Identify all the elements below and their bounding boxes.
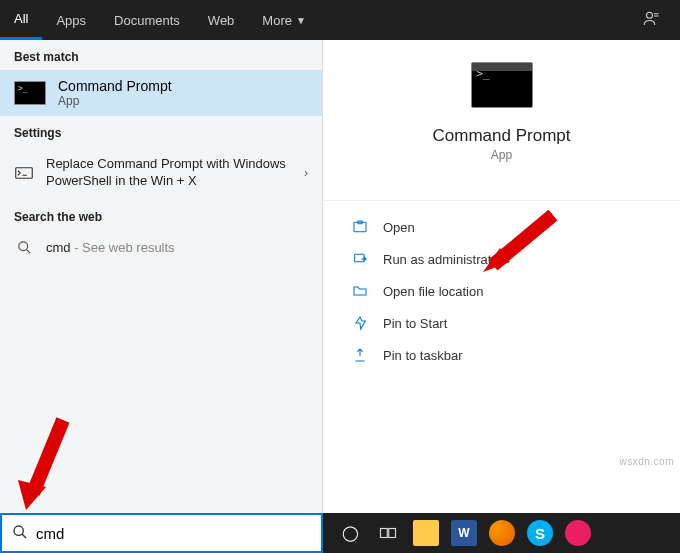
svg-point-0 xyxy=(647,12,653,18)
svg-rect-6 xyxy=(381,529,388,538)
shield-run-icon xyxy=(351,251,369,267)
search-web-header: Search the web xyxy=(0,200,322,230)
svg-point-2 xyxy=(18,242,27,251)
tab-more-label: More xyxy=(262,13,292,28)
watermark: wsxdn.com xyxy=(619,456,674,467)
feedback-icon[interactable] xyxy=(622,10,680,31)
action-pin-taskbar[interactable]: Pin to taskbar xyxy=(323,339,680,371)
action-pin-start-label: Pin to Start xyxy=(383,316,447,331)
tab-more[interactable]: More ▼ xyxy=(248,0,320,40)
taskbar-explorer-icon[interactable] xyxy=(413,520,439,546)
taskbar-word-icon[interactable]: W xyxy=(451,520,477,546)
chevron-down-icon: ▼ xyxy=(296,15,306,26)
search-icon xyxy=(14,240,34,255)
action-pin-taskbar-label: Pin to taskbar xyxy=(383,348,463,363)
svg-rect-7 xyxy=(389,529,396,538)
annotation-arrow xyxy=(478,210,558,280)
preview-title: Command Prompt xyxy=(433,126,571,146)
action-open-label: Open xyxy=(383,220,415,235)
web-query: cmd xyxy=(46,240,71,255)
search-box[interactable] xyxy=(0,513,323,553)
search-icon xyxy=(12,524,28,543)
annotation-arrow xyxy=(8,415,78,515)
folder-icon xyxy=(351,283,369,299)
preview-sub: App xyxy=(491,148,512,162)
best-match-sub: App xyxy=(58,94,172,108)
taskbar-skype-icon[interactable]: S xyxy=(527,520,553,546)
command-prompt-icon xyxy=(14,81,46,105)
settings-result[interactable]: Replace Command Prompt with Windows Powe… xyxy=(0,146,322,200)
web-sub: - See web results xyxy=(71,240,175,255)
svg-rect-1 xyxy=(16,168,33,179)
settings-header: Settings xyxy=(0,116,322,146)
svg-point-5 xyxy=(14,526,23,535)
best-match-title: Command Prompt xyxy=(58,78,172,94)
settings-result-text: Replace Command Prompt with Windows Powe… xyxy=(46,156,292,190)
action-open-location-label: Open file location xyxy=(383,284,483,299)
taskbar-cortana-icon[interactable]: ◯ xyxy=(337,520,363,546)
taskbar: ◯ W S xyxy=(0,513,680,553)
svg-rect-4 xyxy=(355,254,364,261)
tab-web[interactable]: Web xyxy=(194,0,249,40)
command-prompt-preview-icon xyxy=(471,62,533,108)
terminal-swap-icon xyxy=(14,166,34,180)
tab-documents[interactable]: Documents xyxy=(100,0,194,40)
search-input[interactable] xyxy=(36,525,311,542)
tab-apps[interactable]: Apps xyxy=(42,0,100,40)
taskbar-app-icon[interactable] xyxy=(565,520,591,546)
search-tabs: All Apps Documents Web More ▼ xyxy=(0,0,680,40)
pin-start-icon xyxy=(351,315,369,331)
web-result[interactable]: cmd - See web results xyxy=(0,230,322,265)
best-match-header: Best match xyxy=(0,40,322,70)
open-icon xyxy=(351,219,369,235)
tab-all[interactable]: All xyxy=(0,0,42,40)
pin-taskbar-icon xyxy=(351,347,369,363)
best-match-result[interactable]: Command Prompt App xyxy=(0,70,322,116)
chevron-right-icon: › xyxy=(304,166,308,180)
taskbar-taskview-icon[interactable] xyxy=(375,520,401,546)
action-pin-start[interactable]: Pin to Start xyxy=(323,307,680,339)
taskbar-firefox-icon[interactable] xyxy=(489,520,515,546)
